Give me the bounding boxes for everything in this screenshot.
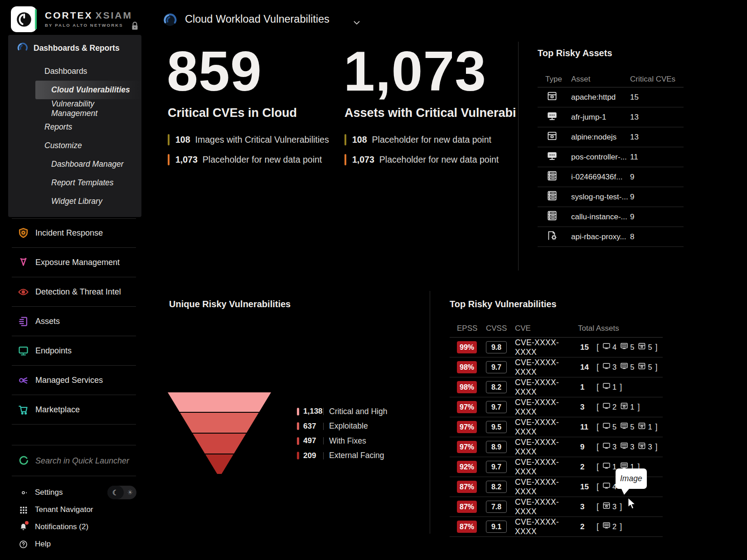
cve-id[interactable]: CVE-XXXX-XXXX bbox=[514, 418, 574, 437]
cve-id[interactable]: CVE-XXXX-XXXX bbox=[514, 378, 574, 397]
brand-tagline: BY PALO ALTO NETWORKS bbox=[45, 23, 132, 28]
panel-title[interactable]: Dashboards & Reports bbox=[34, 43, 120, 53]
cvss-score: 9.8 bbox=[486, 341, 507, 353]
legend-row: 209External Facing bbox=[297, 449, 387, 463]
cve-id[interactable]: CVE-XXXX-XXXX bbox=[514, 517, 574, 536]
cve-id[interactable]: CVE-XXXX-XXXX bbox=[514, 458, 574, 477]
chevron-down-icon[interactable] bbox=[354, 19, 360, 27]
sidebar-item-reports[interactable]: Reports bbox=[8, 118, 141, 136]
cve-id[interactable]: CVE-XXXX-XXXX bbox=[514, 338, 574, 357]
asset-name[interactable]: apache:httpd bbox=[571, 93, 630, 102]
quick-launcher-search[interactable]: Search in Quick Launcher bbox=[0, 445, 148, 476]
vulnerability-row[interactable]: 87%9.1CVE-XXXX-XXXX2[2] bbox=[450, 517, 663, 537]
sidebar-item-marketplace[interactable]: Marketplace bbox=[0, 395, 148, 425]
funnel-segment[interactable] bbox=[168, 454, 271, 474]
sidebar-item-exposure-management[interactable]: Exposure Management bbox=[0, 248, 148, 277]
sidebar-item-cloud-vulnerabilities[interactable]: Cloud Vulnerabilities bbox=[35, 81, 141, 99]
epss-badge: 97% bbox=[457, 441, 477, 453]
vulnerability-row[interactable]: 98%8.2CVE-XXXX-XXXX1[1] bbox=[450, 377, 663, 397]
app-logo: CORTEXXSIAM BY PALO ALTO NETWORKS bbox=[11, 6, 132, 32]
asset-count: 1 bbox=[602, 381, 616, 393]
monitor-icon bbox=[602, 461, 611, 473]
cvss-score: 9.5 bbox=[486, 421, 507, 433]
cvss-score: 8.2 bbox=[486, 381, 507, 393]
stat-critical-cves-label: Critical CVEs in Cloud bbox=[168, 106, 297, 120]
funnel-segment[interactable] bbox=[168, 434, 271, 454]
epss-badge: 97% bbox=[457, 401, 477, 413]
cve-id[interactable]: CVE-XXXX-XXXX bbox=[514, 478, 574, 497]
cvss-score: 9.7 bbox=[486, 361, 507, 373]
vulnerability-row[interactable]: 97%8.9CVE-XXXX-XXXX9[333] bbox=[450, 437, 663, 457]
vulnerability-row[interactable]: 97%9.7CVE-XXXX-XXXX3[21] bbox=[450, 397, 663, 417]
table-header: Type Asset Critical CVEs bbox=[538, 72, 684, 87]
cve-id[interactable]: CVE-XXXX-XXXX bbox=[514, 358, 574, 377]
sub-stat: 108Images with Critical Vulnerabilities bbox=[168, 134, 329, 145]
sidebar-item-report-templates[interactable]: Report Templates bbox=[8, 174, 141, 192]
asset-row[interactable]: syslog-ng-test-...9 bbox=[538, 187, 684, 207]
sidebar-item-incident-response[interactable]: Incident Response bbox=[0, 218, 148, 248]
funnel-segment[interactable] bbox=[168, 392, 271, 412]
sidebar-item-dashboard-manager[interactable]: Dashboard Manager bbox=[8, 155, 141, 174]
sidebar-item-dashboards[interactable]: Dashboards bbox=[8, 62, 141, 81]
asset-name[interactable]: syslog-ng-test-... bbox=[571, 193, 630, 202]
sidebar-item-vulnerability-management[interactable]: Vulnerability Management bbox=[8, 99, 141, 118]
critical-cve-count: 13 bbox=[630, 113, 684, 122]
sidebar-item-settings[interactable]: Settings☾☀ bbox=[0, 484, 148, 501]
monitor-icon bbox=[602, 421, 611, 433]
asset-row[interactable]: api-rbac-proxy...8 bbox=[538, 227, 684, 247]
container-icon bbox=[620, 401, 629, 413]
cortex-logo-icon bbox=[11, 6, 37, 32]
asset-count: 1 bbox=[637, 421, 652, 433]
lock-icon[interactable] bbox=[131, 21, 139, 33]
sidebar-item-endpoints[interactable]: Endpoints bbox=[0, 336, 148, 366]
vulnerability-row[interactable]: 97%9.5CVE-XXXX-XXXX11[551] bbox=[450, 417, 663, 437]
sidebar-item-managed-services[interactable]: Managed Services bbox=[0, 366, 148, 395]
server-icon bbox=[602, 521, 611, 532]
cvss-score: 9.1 bbox=[486, 521, 507, 533]
asset-name[interactable]: alpine:nodejs bbox=[571, 133, 630, 142]
total-assets-count: 3 bbox=[574, 502, 595, 512]
asset-row[interactable]: afr-jump-113 bbox=[538, 107, 684, 127]
critical-cve-count: 9 bbox=[630, 193, 684, 202]
host-icon bbox=[546, 150, 558, 164]
stat-bar bbox=[344, 154, 346, 165]
sidebar-item-detection-threat-intel[interactable]: Detection & Threat Intel bbox=[0, 277, 148, 307]
sidebar-item-help[interactable]: Help bbox=[0, 536, 148, 553]
asset-count: 5 bbox=[620, 362, 634, 373]
asset-name[interactable]: api-rbac-proxy... bbox=[571, 232, 630, 241]
funnel-segment[interactable] bbox=[168, 413, 271, 433]
legend-separator bbox=[323, 423, 324, 430]
theme-toggle[interactable]: ☾☀ bbox=[107, 486, 136, 499]
sidebar-item-customize[interactable]: Customize bbox=[8, 136, 141, 155]
asset-name[interactable]: afr-jump-1 bbox=[571, 113, 630, 122]
cve-id[interactable]: CVE-XXXX-XXXX bbox=[514, 438, 574, 457]
sub-stat: 108Placeholder for new data point bbox=[344, 134, 491, 145]
vulnerability-row[interactable]: 99%9.8CVE-XXXX-XXXX15[455] bbox=[450, 338, 663, 357]
asset-row[interactable]: pos-controller-...11 bbox=[538, 147, 684, 167]
critical-cve-count: 13 bbox=[630, 133, 684, 142]
container-icon bbox=[546, 90, 558, 104]
asset-name[interactable]: callu-instance-... bbox=[571, 212, 630, 222]
asset-count: 2 bbox=[602, 521, 616, 532]
epss-badge: 98% bbox=[457, 381, 477, 393]
asset-row[interactable]: callu-instance-...9 bbox=[538, 207, 684, 227]
sidebar-item-notifications-2-[interactable]: Notifications (2) bbox=[0, 518, 148, 536]
cve-id[interactable]: CVE-XXXX-XXXX bbox=[514, 398, 574, 417]
asset-row[interactable]: apache:httpd15 bbox=[538, 87, 684, 107]
moon-icon[interactable]: ☾ bbox=[107, 486, 124, 499]
asset-name[interactable]: i-024669436f... bbox=[571, 173, 630, 182]
sidebar-item-tenant-navigator[interactable]: Tenant Navigator bbox=[0, 501, 148, 518]
sun-icon[interactable]: ☀ bbox=[124, 488, 136, 497]
sidebar-item-assets[interactable]: Assets bbox=[0, 307, 148, 336]
total-assets-count: 14 bbox=[574, 363, 595, 372]
asset-row[interactable]: i-024669436f...9 bbox=[538, 167, 684, 187]
cvss-score: 9.7 bbox=[486, 401, 507, 413]
vulnerability-row[interactable]: 98%9.7CVE-XXXX-XXXX14[355] bbox=[450, 357, 663, 377]
legend-marker bbox=[297, 422, 299, 430]
asset-name[interactable]: pos-controller-... bbox=[571, 153, 630, 162]
asset-row[interactable]: alpine:nodejs13 bbox=[538, 127, 684, 147]
sidebar-item-widget-library[interactable]: Widget Library bbox=[8, 192, 141, 211]
container-icon bbox=[602, 501, 611, 512]
monitor-icon bbox=[602, 342, 611, 353]
cve-id[interactable]: CVE-XXXX-XXXX bbox=[514, 497, 574, 517]
